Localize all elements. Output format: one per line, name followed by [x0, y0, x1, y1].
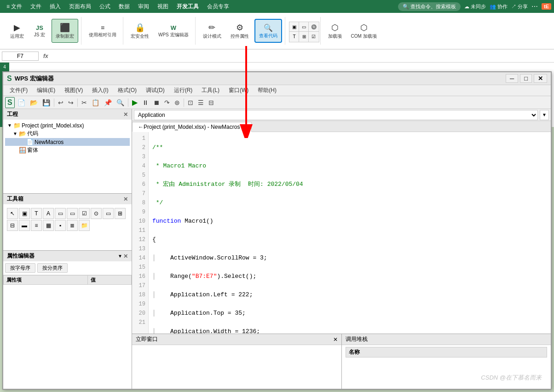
toolbox-text[interactable]: T: [31, 208, 42, 219]
ide-toolbar-bp[interactable]: ⊛: [173, 98, 182, 107]
ide-toolbar-copy[interactable]: 📋: [90, 98, 101, 107]
tree-item-forms[interactable]: 🪟 窗体: [5, 146, 130, 155]
code-tab-newmacros[interactable]: ←Project (print_Model.xlsx) - NewMacros …: [132, 122, 252, 132]
ribbon-tab-vip[interactable]: 会员专享: [203, 2, 233, 12]
wps-editor-btn[interactable]: W WPS 宏编辑器: [155, 19, 192, 43]
ide-toolbar-undo[interactable]: ↩: [56, 98, 65, 107]
tree-item-code[interactable]: ▼ 📂 代码: [5, 129, 130, 138]
toolbox-radio[interactable]: ⊙: [91, 208, 102, 219]
ide-menu-tools[interactable]: 工具(L): [197, 86, 224, 95]
attr-panel-header[interactable]: 属性编辑器 ▼ ✕: [3, 251, 132, 261]
immediate-window-header[interactable]: 立即窗口 ✕: [132, 334, 341, 345]
com-addin-btn[interactable]: ⬡ COM 加载项: [347, 19, 381, 43]
ctrl-btn-6[interactable]: ☑: [308, 31, 319, 42]
toolbox-spin[interactable]: ▬: [19, 220, 30, 231]
toolbox-check[interactable]: ☑: [79, 208, 90, 219]
toolbox-label[interactable]: A: [43, 208, 54, 219]
ide-menu-insert[interactable]: 插入(I): [87, 86, 113, 95]
call-stack-header[interactable]: 调用堆栈: [342, 334, 551, 345]
ide-toolbar-attr[interactable]: ⊟: [207, 98, 216, 107]
ide-close-btn[interactable]: ✕: [534, 74, 547, 83]
run-macro-btn[interactable]: ▶ 运用宏: [6, 19, 28, 43]
ide-toolbar-cut[interactable]: ✂: [80, 98, 89, 107]
code-text-area[interactable]: /** * Macro1 Macro * 宏由 Administrator 录制…: [149, 132, 551, 334]
sync-btn[interactable]: ☁ 未同步: [464, 3, 486, 10]
sort-category-btn[interactable]: 按分类序: [37, 263, 68, 273]
attr-panel-dropdown[interactable]: ▼: [118, 254, 122, 259]
toolbox-panel-header[interactable]: 工具箱 ✕: [3, 194, 132, 204]
ide-menu-view[interactable]: 视图(V): [60, 86, 87, 95]
ide-menu-run[interactable]: 运行(R): [169, 86, 197, 95]
code-editor[interactable]: 1 2 3 4 5 6 7 8 9 10 11 12 13 14: [132, 132, 551, 334]
tree-item-project[interactable]: ▼ 📁 Project (print_Model.xlsx): [5, 121, 130, 129]
dropdown-arrow-icon[interactable]: ▼: [540, 110, 549, 120]
ide-toolbar-step[interactable]: ↷: [162, 98, 172, 107]
ide-menu-file[interactable]: 文件(F): [5, 86, 32, 95]
immediate-window-content[interactable]: [132, 345, 341, 382]
formula-input[interactable]: [53, 52, 552, 60]
ide-toolbar-paste[interactable]: 📌: [102, 98, 114, 107]
object-selector-dropdown[interactable]: Application: [134, 110, 538, 120]
ide-menu-window[interactable]: 窗口(W): [224, 86, 253, 95]
ide-toolbar-new[interactable]: 📄: [16, 98, 27, 107]
ribbon-tab-dev[interactable]: 开发工具: [173, 2, 202, 12]
ide-toolbar-redo[interactable]: ↪: [66, 98, 75, 107]
ide-maximize-btn[interactable]: □: [520, 74, 532, 83]
ribbon-tab-insert[interactable]: 插入: [46, 2, 64, 12]
more-btn[interactable]: ⋯: [531, 3, 538, 10]
ribbon-tab-view[interactable]: 视图: [154, 2, 172, 12]
immediate-window-close[interactable]: ✕: [333, 336, 338, 343]
ribbon-tab-home[interactable]: 文件: [27, 2, 45, 12]
ide-menu-help[interactable]: 帮助(H): [253, 86, 281, 95]
ide-toolbar-obj[interactable]: ☰: [196, 98, 206, 107]
toolbox-grid[interactable]: ▦: [43, 220, 54, 231]
toolbox-scrollv[interactable]: ⊟: [7, 220, 18, 231]
ribbon-tab-data[interactable]: 数据: [115, 2, 133, 12]
design-mode-btn[interactable]: ✏ 设计模式: [199, 19, 225, 43]
view-code-btn[interactable]: 🔍 查看代码: [254, 19, 282, 43]
ide-toolbar-proj[interactable]: ⊡: [186, 98, 195, 107]
ide-toolbar-save[interactable]: 💾: [40, 98, 52, 107]
sort-alpha-btn[interactable]: 按字母序: [5, 263, 35, 273]
ide-toolbar-find[interactable]: 🔍: [115, 98, 126, 107]
ribbon-tab-review[interactable]: 审阅: [134, 2, 153, 12]
toolbox-scrollh[interactable]: ⊞: [115, 208, 126, 219]
ide-toolbar-open[interactable]: 📂: [28, 98, 40, 107]
ide-menu-format[interactable]: 格式(O): [113, 86, 141, 95]
toolbox-img[interactable]: ▪: [55, 220, 66, 231]
relative-ref-btn[interactable]: ≡ 使用相对引用: [85, 19, 120, 43]
toolbox-cursor[interactable]: ↖: [7, 208, 18, 219]
ribbon-tab-formula[interactable]: 公式: [96, 2, 114, 12]
code-tab-close[interactable]: ✕: [242, 124, 246, 130]
toolbox-combo[interactable]: ▭: [67, 208, 78, 219]
ide-minimize-btn[interactable]: ─: [506, 74, 518, 83]
ide-toolbar-run[interactable]: ▶: [130, 97, 139, 108]
ide-toolbar-s[interactable]: S: [5, 97, 15, 108]
project-panel-close[interactable]: ✕: [123, 111, 128, 118]
ribbon-tab-layout[interactable]: 页面布局: [65, 2, 95, 12]
control-props-btn[interactable]: ⚙ 控件属性: [227, 19, 253, 43]
js-macro-btn[interactable]: JS JS 宏: [29, 19, 50, 43]
record-macro-btn[interactable]: ⬛ 录制新宏: [52, 19, 78, 43]
macro-security-btn[interactable]: 🔒 宏安全性: [127, 19, 153, 43]
share-btn[interactable]: ↗ 分享: [511, 3, 528, 10]
ide-toolbar-stop[interactable]: ⏹: [151, 98, 162, 107]
app-menu-file[interactable]: ≡ 文件: [3, 2, 26, 12]
toolbox-frame[interactable]: ▣: [19, 208, 30, 219]
addin-btn[interactable]: ⬡ 加载项: [324, 19, 346, 43]
toolbox-tab[interactable]: ≡: [31, 220, 42, 231]
cell-reference-input[interactable]: [2, 52, 39, 61]
ide-menu-edit[interactable]: 编辑(E): [32, 86, 60, 95]
project-panel-header[interactable]: 工程 ✕: [3, 109, 132, 120]
tree-item-newmacros[interactable]: 📄 NewMacros: [5, 138, 130, 146]
attr-panel-close[interactable]: ✕: [123, 253, 128, 259]
toolbox-rect[interactable]: ▭: [55, 208, 66, 219]
toolbox-folder[interactable]: 📁: [79, 220, 90, 231]
toolbox-panel-close[interactable]: ✕: [123, 196, 128, 202]
collab-btn[interactable]: 👥 协作: [490, 3, 508, 10]
toolbox-listbox[interactable]: ▭: [103, 208, 114, 219]
ide-toolbar-pause[interactable]: ⏸: [140, 98, 150, 107]
search-box[interactable]: 🔍 查找命令、搜索模板: [398, 2, 461, 11]
ide-menu-debug[interactable]: 调试(D): [141, 86, 169, 95]
toolbox-lines[interactable]: ≣: [67, 220, 78, 231]
